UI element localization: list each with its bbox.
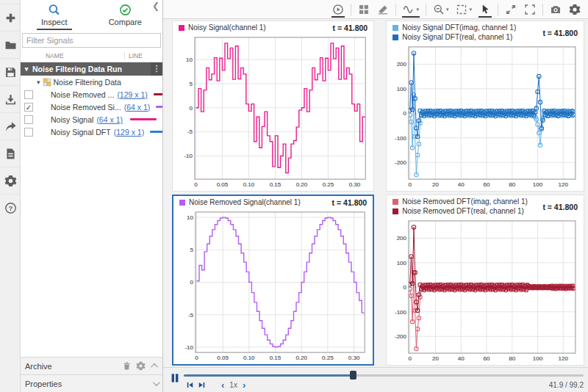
step-back-button[interactable] [184, 380, 196, 391]
run-menu-kebab-icon[interactable]: ⋮ [151, 62, 162, 76]
left-icon-strip [0, 0, 21, 392]
subplot-layout-button[interactable] [355, 1, 373, 18]
archive-settings-gear-icon[interactable] [136, 361, 146, 371]
fullscreen-button[interactable] [521, 1, 539, 18]
signal-row[interactable]: Noisy Signal(64 x 1) [21, 113, 162, 126]
run-row[interactable]: ▾ Noise Filtering Data Run ⋮ [21, 62, 162, 76]
playback-time: 41.9 / 99.2 [549, 381, 584, 389]
properties-drawer[interactable]: Properties [21, 374, 162, 392]
add-button[interactable] [0, 4, 21, 32]
column-name: NAME [21, 52, 124, 59]
signal-checkbox[interactable] [24, 115, 33, 124]
create-report-button[interactable] [0, 140, 21, 167]
svg-text:0.05: 0.05 [217, 181, 229, 188]
export-button[interactable] [0, 113, 21, 140]
signal-row[interactable]: Noise Removed ...(129 x 1) [21, 88, 162, 101]
legend-swatch [392, 25, 398, 31]
expand-button[interactable] [502, 1, 520, 18]
add-icon [4, 12, 17, 24]
signal-line-swatch[interactable] [150, 131, 162, 133]
playback-slider[interactable] [184, 370, 584, 380]
svg-text:120: 120 [559, 181, 569, 188]
dropdown-caret-icon: ▾ [446, 7, 449, 12]
signal-name: Noisy Signal [51, 115, 93, 124]
signal-line-swatch[interactable] [154, 93, 162, 95]
archive-drawer[interactable]: Archive [21, 357, 162, 374]
main-area: ▾ ▾ ▾ Noisy Signal(channel 1) t = 41.800… [163, 0, 588, 392]
pointer-button[interactable] [476, 1, 494, 18]
snapshot-button[interactable] [547, 1, 564, 18]
open-button[interactable] [0, 32, 21, 59]
signal-checkbox[interactable]: ✓ [24, 103, 33, 112]
save-button[interactable] [0, 59, 21, 86]
signal-group-row[interactable]: ▾ Noise Filtering Data [21, 76, 162, 88]
signal-row[interactable]: ✓Noise Removed Si...(64 x 1) [21, 101, 162, 113]
signal-line-swatch[interactable] [130, 118, 157, 120]
step-forward-button[interactable] [196, 380, 207, 391]
signals-mode-button[interactable]: ▾ [400, 1, 422, 18]
chevron-down-icon[interactable] [153, 379, 160, 386]
column-line: LINE [124, 52, 162, 59]
speed-decrease-button[interactable]: ‹ [218, 381, 228, 390]
fullscreen-icon [524, 4, 536, 15]
signal-wave-icon [403, 4, 415, 15]
subplot-noise-removed-signal[interactable]: Noise Removed Signal(channel 1) t = 41.8… [172, 195, 374, 366]
signal-checkbox[interactable] [24, 90, 33, 99]
toolbar-separator [498, 4, 498, 15]
subplot-header: Noisy Signal(channel 1) t = 41.800 [173, 21, 373, 33]
legend-label: Noisy Signal DFT(imag, channel 1) [402, 23, 516, 32]
svg-text:5: 5 [190, 247, 194, 253]
save-icon [4, 66, 17, 79]
slider-thumb[interactable] [350, 371, 356, 380]
plot-canvas[interactable]: 020406080100120-200-10001002000204060801… [390, 43, 581, 189]
run-label: Noise Filtering Data Run [32, 65, 151, 73]
signal-dims-link[interactable]: (129 x 1) [117, 90, 147, 99]
svg-text:0.10: 0.10 [243, 181, 255, 188]
svg-text:0: 0 [404, 284, 407, 291]
tab-compare[interactable]: Compare [104, 4, 146, 30]
fit-to-view-button[interactable]: ▾ [453, 1, 475, 18]
svg-text:60: 60 [484, 181, 490, 188]
run-collapse-caret-icon[interactable]: ▾ [21, 65, 32, 73]
chevron-up-icon[interactable] [151, 363, 158, 371]
legend: Noisy Signal(channel 1) [179, 23, 327, 32]
svg-text:-10: -10 [184, 344, 193, 351]
signal-dims-link[interactable]: (129 x 1) [114, 128, 144, 137]
zoom-button[interactable]: ▾ [430, 1, 452, 18]
subplot-header: Noise Removed Signal(channel 1) t = 41.8… [173, 196, 373, 208]
svg-text:0.05: 0.05 [217, 355, 229, 361]
group-collapse-caret-icon[interactable]: ▾ [37, 79, 40, 86]
tab-inspect[interactable]: Inspect [37, 4, 71, 30]
svg-text:0: 0 [404, 110, 407, 117]
svg-text:-5: -5 [188, 312, 194, 319]
pause-button[interactable] [166, 370, 184, 391]
speed-increase-button[interactable]: › [239, 381, 249, 390]
signal-checkbox[interactable] [24, 128, 33, 137]
plot-canvas[interactable]: 00.050.100.150.200.250.30-10-5051000.050… [176, 208, 370, 363]
signal-dims-link[interactable]: (64 x 1) [124, 103, 151, 112]
subplot-noisy-dft[interactable]: Noisy Signal DFT(imag, channel 1)Noisy S… [386, 21, 584, 192]
help-button[interactable] [0, 195, 21, 222]
trash-icon[interactable] [122, 361, 132, 371]
plot-settings-button[interactable] [566, 1, 584, 18]
subplot-noise-removed-dft[interactable]: Noise Removed DFT(imag, channel 1)Noise … [386, 195, 584, 366]
collapse-panel-icon[interactable]: ❮ [152, 2, 159, 10]
svg-text:80: 80 [509, 181, 516, 188]
legend-label: Noise Removed DFT(imag, channel 1) [402, 197, 528, 206]
svg-text:60: 60 [484, 355, 490, 362]
clear-subplots-button[interactable] [374, 1, 392, 18]
subplot-noisy-signal[interactable]: Noisy Signal(channel 1) t = 41.800 00.05… [172, 21, 374, 192]
svg-text:100: 100 [533, 355, 543, 362]
signal-dims-link[interactable]: (64 x 1) [96, 115, 123, 124]
plot-canvas[interactable]: 020406080100120-200-10001002000204060801… [390, 217, 581, 363]
plot-canvas[interactable]: 00.050.100.150.200.250.30-10-5051000.050… [176, 34, 370, 189]
filter-signals-input[interactable] [22, 33, 161, 48]
svg-text:0.15: 0.15 [270, 181, 282, 188]
playback-icon [332, 4, 344, 15]
legend-swatch [179, 25, 184, 31]
preferences-button[interactable] [0, 167, 21, 195]
signal-row[interactable]: Noisy Signal DFT(129 x 1) [21, 126, 162, 138]
signal-line-swatch[interactable] [156, 106, 162, 108]
import-button[interactable] [0, 86, 21, 113]
run-playback-button[interactable] [329, 1, 347, 18]
